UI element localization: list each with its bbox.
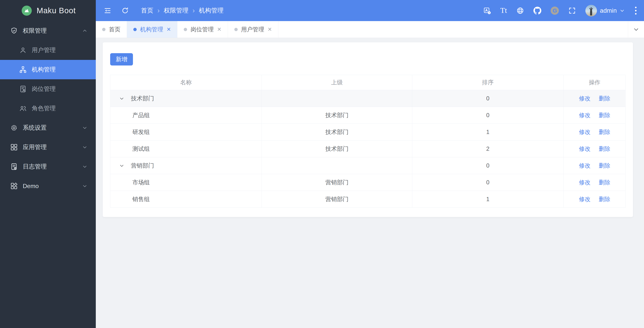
collapse-sidebar-icon[interactable] <box>104 7 112 14</box>
tab[interactable]: 用户管理 ✕ <box>228 21 278 38</box>
table-body: 技术部门 0 修改 删除 产品组 <box>110 90 625 208</box>
table-row: 测试组 技术部门 2 修改 删除 <box>110 140 625 157</box>
parent-cell: 技术部门 <box>262 140 412 157</box>
org-name: 测试组 <box>132 145 150 153</box>
language-settings-icon[interactable] <box>483 7 491 14</box>
expand-chevron-icon[interactable] <box>119 163 124 168</box>
actions-cell: 修改 删除 <box>563 174 626 191</box>
org-name: 市场组 <box>132 179 150 186</box>
sort-cell: 1 <box>412 191 563 208</box>
app-logo[interactable]: Maku Boot <box>0 0 96 21</box>
sidebar-item-org[interactable]: 机构管理 <box>0 60 96 79</box>
refresh-icon[interactable] <box>121 7 129 14</box>
chevron-down-icon <box>82 125 88 131</box>
shield-check-icon <box>10 27 18 35</box>
tab-close-icon[interactable]: ✕ <box>166 27 171 32</box>
table-row: 销售组 营销部门 1 修改 删除 <box>110 191 625 208</box>
tab[interactable]: 机构管理 ✕ <box>127 21 178 38</box>
sidebar-group-permissions[interactable]: 权限管理 <box>0 21 96 40</box>
gear-icon <box>10 124 18 132</box>
top-header: 首页 › 权限管理 › 机构管理 Tt G admin <box>96 0 644 21</box>
name-cell: 技术部门 <box>110 90 262 107</box>
org-name: 销售组 <box>132 195 150 203</box>
org-table: 名称 上级 排序 操作 技术部门 0 <box>110 75 626 208</box>
breadcrumb-item[interactable]: 权限管理 <box>164 6 188 15</box>
edit-link[interactable]: 修改 <box>579 128 590 136</box>
edit-link[interactable]: 修改 <box>579 179 590 186</box>
sidebar-item-users[interactable]: 用户管理 <box>0 40 96 60</box>
delete-link[interactable]: 删除 <box>599 162 610 170</box>
edit-link[interactable]: 修改 <box>579 195 590 203</box>
avatar <box>585 5 597 16</box>
sidebar-item-roles[interactable]: 角色管理 <box>0 99 96 118</box>
chevron-up-icon <box>82 28 88 33</box>
tab-label: 首页 <box>109 25 120 33</box>
delete-link[interactable]: 删除 <box>599 95 610 102</box>
add-button[interactable]: 新增 <box>110 53 133 65</box>
delete-link[interactable]: 删除 <box>599 195 610 203</box>
tabs-overflow-button[interactable] <box>628 21 644 38</box>
roles-people-icon <box>19 104 27 112</box>
actions-cell: 修改 删除 <box>563 191 626 208</box>
sidebar-group-demo[interactable]: Demo <box>0 176 96 196</box>
name-cell: 销售组 <box>110 191 262 208</box>
column-header-parent: 上级 <box>262 75 412 90</box>
delete-link[interactable]: 删除 <box>599 128 610 136</box>
edit-link[interactable]: 修改 <box>579 145 590 153</box>
tab-dot-icon <box>184 28 187 31</box>
delete-link[interactable]: 删除 <box>599 145 610 153</box>
actions-cell: 修改 删除 <box>563 157 626 174</box>
table-row: 研发组 技术部门 1 修改 删除 <box>110 123 625 140</box>
sidebar-item-label: 日志管理 <box>23 163 47 171</box>
github-icon[interactable] <box>534 7 541 14</box>
tab[interactable]: 首页 <box>96 21 127 38</box>
delete-link[interactable]: 删除 <box>599 179 610 186</box>
org-name: 研发组 <box>132 128 150 136</box>
tab-close-icon[interactable]: ✕ <box>268 27 272 32</box>
sort-cell: 0 <box>412 107 563 123</box>
user-menu[interactable]: admin <box>585 5 624 16</box>
breadcrumb-separator-icon: › <box>158 7 160 14</box>
tab-label: 用户管理 <box>241 25 264 33</box>
fullscreen-icon[interactable] <box>568 7 576 14</box>
sidebar-item-label: 权限管理 <box>23 27 47 35</box>
chevron-down-icon <box>82 164 88 169</box>
sidebar-group-apps[interactable]: 应用管理 <box>0 137 96 157</box>
sidebar-item-label: Demo <box>23 183 39 190</box>
more-menu-icon[interactable] <box>634 6 638 15</box>
breadcrumb-item[interactable]: 首页 <box>141 6 153 15</box>
expand-chevron-icon[interactable] <box>119 96 124 101</box>
globe-icon[interactable] <box>516 7 524 14</box>
table-row: 市场组 营销部门 0 修改 删除 <box>110 174 625 191</box>
org-management-card: 新增 名称 上级 排序 操作 技术部门 <box>103 42 633 217</box>
edit-link[interactable]: 修改 <box>579 111 590 119</box>
parent-cell <box>262 157 412 174</box>
log-document-icon <box>10 163 18 171</box>
name-cell: 营销部门 <box>110 157 262 174</box>
actions-cell: 修改 删除 <box>563 124 626 140</box>
edit-link[interactable]: 修改 <box>579 95 590 102</box>
breadcrumb: 首页 › 权限管理 › 机构管理 <box>141 6 224 15</box>
sidebar: Maku Boot 权限管理 用户管理 机构管理 <box>0 0 96 328</box>
sidebar-group-system[interactable]: 系统设置 <box>0 118 96 137</box>
parent-cell <box>262 90 412 107</box>
gitee-icon[interactable]: G <box>551 6 559 15</box>
tab-close-icon[interactable]: ✕ <box>217 27 221 32</box>
font-size-icon[interactable]: Tt <box>500 7 507 14</box>
user-icon <box>19 46 27 54</box>
parent-cell: 技术部门 <box>262 124 412 140</box>
sidebar-menu: 权限管理 用户管理 机构管理 岗位管理 <box>0 21 96 196</box>
name-cell: 测试组 <box>110 140 262 157</box>
parent-cell: 技术部门 <box>262 107 412 123</box>
username: admin <box>600 7 617 14</box>
org-name: 产品组 <box>132 111 150 119</box>
edit-link[interactable]: 修改 <box>579 162 590 170</box>
sidebar-item-posts[interactable]: 岗位管理 <box>0 79 96 99</box>
sidebar-group-logs[interactable]: 日志管理 <box>0 157 96 176</box>
table-row: 营销部门 0 修改 删除 <box>110 157 625 174</box>
parent-cell: 营销部门 <box>262 191 412 208</box>
tab-dot-icon <box>234 28 238 31</box>
tab[interactable]: 岗位管理 ✕ <box>178 21 228 38</box>
delete-link[interactable]: 删除 <box>599 111 610 119</box>
sidebar-item-label: 系统设置 <box>23 124 47 132</box>
